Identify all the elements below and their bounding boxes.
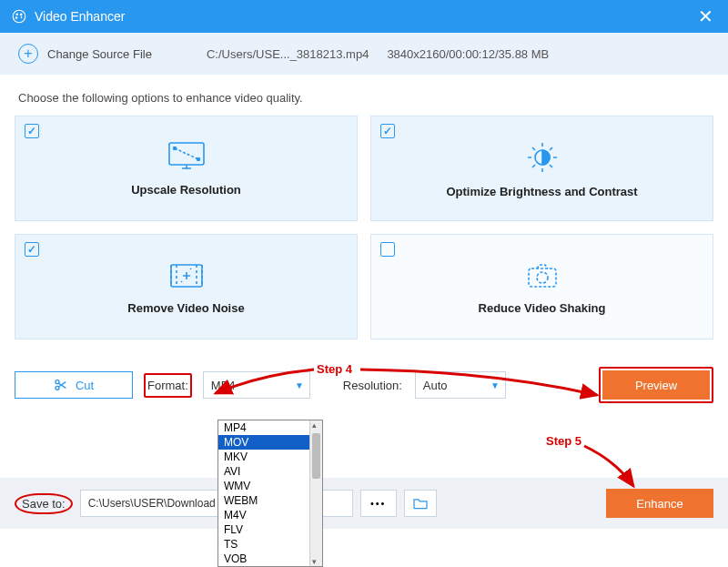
- annotation-step4: Step 4: [317, 362, 352, 376]
- svg-rect-4: [169, 143, 204, 165]
- svg-point-3: [15, 17, 17, 19]
- save-to-label: Save to:: [15, 493, 73, 514]
- svg-point-5: [173, 147, 176, 149]
- chevron-down-icon: ▼: [295, 380, 304, 390]
- resolution-value: Auto: [423, 379, 448, 392]
- card-upscale-resolution[interactable]: Upscale Resolution: [15, 116, 358, 221]
- svg-point-0: [13, 10, 25, 23]
- card-remove-noise[interactable]: Remove Video Noise: [15, 234, 358, 339]
- format-option[interactable]: MP4: [218, 420, 322, 435]
- cut-button[interactable]: Cut: [15, 371, 133, 399]
- format-select[interactable]: MP4 ▼: [203, 371, 310, 399]
- svg-point-10: [537, 272, 548, 283]
- source-bar: + Change Source File C:/Users/USE..._381…: [0, 33, 728, 75]
- scrollbar[interactable]: [309, 420, 322, 566]
- checkbox-noise[interactable]: [25, 242, 39, 257]
- card-label: Optimize Brightness and Contrast: [446, 185, 637, 198]
- bottom-bar: Save to: C:\Users\USER\Download ••• Enha…: [0, 478, 728, 529]
- brightness-icon: [524, 139, 561, 176]
- instruction-text: Choose the following options to enhance …: [0, 75, 728, 116]
- svg-point-1: [16, 14, 18, 15]
- format-option[interactable]: MOV: [218, 435, 322, 450]
- resolution-select[interactable]: Auto ▼: [415, 371, 506, 399]
- checkbox-upscale[interactable]: [25, 124, 39, 138]
- format-option[interactable]: AVI: [218, 464, 322, 479]
- checkbox-shaking[interactable]: [380, 242, 395, 257]
- svg-point-6: [197, 157, 199, 160]
- card-label: Reduce Video Shaking: [479, 301, 606, 315]
- checkbox-brightness[interactable]: [380, 124, 395, 138]
- open-folder-button[interactable]: [404, 490, 437, 517]
- svg-rect-9: [529, 268, 556, 287]
- format-option[interactable]: VOB: [218, 552, 322, 566]
- close-icon[interactable]: ✕: [694, 5, 717, 27]
- annotation-step5: Step 5: [546, 434, 581, 448]
- format-option[interactable]: WEBM: [218, 493, 322, 508]
- format-option[interactable]: FLV: [218, 522, 322, 537]
- cut-label: Cut: [76, 379, 94, 392]
- title-bar: Video Enhancer ✕: [0, 0, 728, 33]
- format-value: MP4: [211, 379, 236, 392]
- format-dropdown[interactable]: MP4MOVMKVAVIWMVWEBMM4VFLVTSVOB: [217, 420, 323, 567]
- card-label: Upscale Resolution: [131, 183, 241, 197]
- folder-icon: [412, 497, 429, 510]
- source-info: 3840x2160/00:00:12/35.88 MB: [387, 47, 549, 61]
- format-option[interactable]: TS: [218, 537, 322, 552]
- film-sparkle-icon: [166, 259, 207, 292]
- window-title: Video Enhancer: [35, 9, 694, 24]
- browse-button[interactable]: •••: [360, 490, 397, 517]
- format-label: Format:: [144, 373, 192, 398]
- palette-icon: [11, 8, 27, 25]
- resolution-label: Resolution:: [341, 375, 404, 396]
- card-reduce-shaking[interactable]: Reduce Video Shaking: [370, 234, 713, 339]
- card-optimize-brightness[interactable]: Optimize Brightness and Contrast: [370, 116, 713, 221]
- add-source-icon[interactable]: +: [18, 44, 38, 64]
- format-option[interactable]: MKV: [218, 450, 322, 464]
- change-source-button[interactable]: Change Source File: [47, 47, 152, 61]
- source-path: C:/Users/USE..._3818213.mp4: [207, 47, 369, 61]
- svg-point-2: [21, 14, 23, 15]
- preview-button[interactable]: Preview: [602, 370, 710, 400]
- chevron-down-icon: ▼: [490, 380, 500, 390]
- monitor-icon: [166, 141, 207, 174]
- camera-icon: [521, 259, 563, 292]
- card-label: Remove Video Noise: [127, 301, 244, 315]
- format-option[interactable]: M4V: [218, 508, 322, 522]
- scissors-icon: [54, 378, 68, 392]
- format-option[interactable]: WMV: [218, 479, 322, 493]
- enhance-button[interactable]: Enhance: [606, 489, 713, 518]
